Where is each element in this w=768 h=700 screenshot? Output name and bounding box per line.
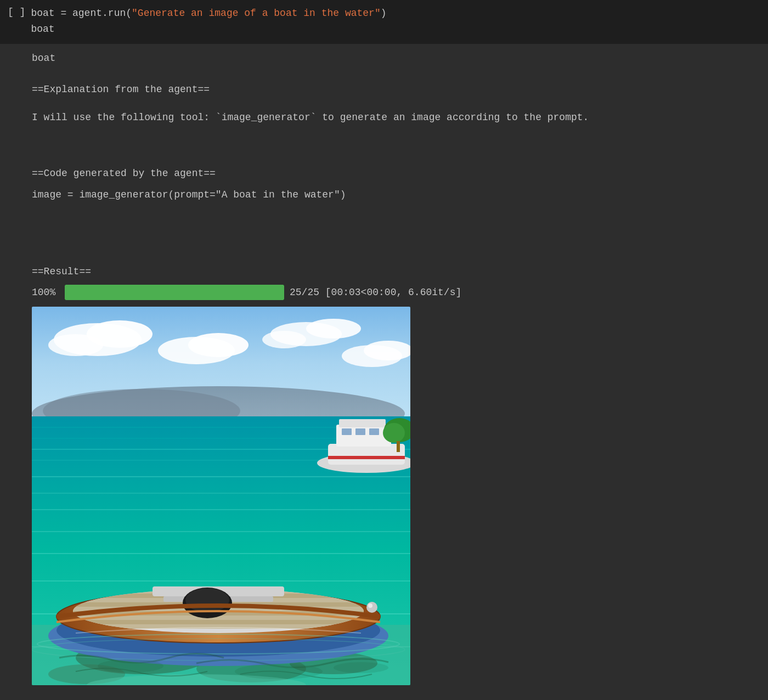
result-header: ==Result== [32, 263, 736, 280]
code-output-var: boat [31, 24, 54, 35]
progress-percent: 100% [32, 287, 59, 298]
svg-rect-29 [339, 419, 386, 427]
explanation-section: ==Explanation from the agent== I will us… [0, 72, 768, 145]
explanation-body: I will use the following tool: `image_ge… [32, 109, 736, 126]
svg-point-3 [48, 334, 103, 356]
generated-image [32, 307, 410, 685]
cell-output: boat [0, 44, 768, 72]
svg-point-60 [185, 588, 229, 612]
progress-bar-outer [65, 285, 284, 300]
code-line-1: boat = agent.run("Generate an image of a… [31, 5, 386, 21]
svg-rect-31 [355, 428, 365, 435]
svg-rect-36 [397, 441, 400, 452]
svg-point-5 [188, 333, 249, 357]
svg-point-35 [383, 423, 405, 443]
svg-point-65 [98, 659, 163, 673]
svg-point-67 [334, 662, 388, 673]
svg-point-7 [306, 319, 361, 338]
svg-rect-28 [336, 425, 391, 447]
boat-scene-svg [32, 307, 410, 685]
svg-point-66 [235, 664, 323, 679]
code-close-paren: ) [381, 8, 387, 19]
svg-rect-27 [328, 444, 405, 465]
code-generated-header: ==Code generated by the agent== [32, 165, 736, 182]
cell-code-block: boat = agent.run("Generate an image of a… [31, 5, 386, 37]
svg-rect-32 [369, 428, 379, 435]
progress-bar-container: 100% 25/25 [00:03<00:00, 6.60it/s] [32, 285, 736, 300]
svg-point-62 [368, 603, 372, 608]
code-var: boat = agent.run( [31, 8, 132, 19]
svg-point-61 [366, 602, 377, 613]
notebook-cell: [ ] boat = agent.run("Generate an image … [0, 0, 768, 694]
svg-point-8 [262, 331, 306, 348]
svg-rect-30 [342, 428, 352, 435]
result-section: ==Result== 100% 25/25 [00:03<00:00, 6.60… [0, 255, 768, 694]
code-string: "Generate an image of a boat in the wate… [132, 8, 381, 19]
explanation-header: ==Explanation from the agent== [32, 81, 736, 98]
code-generated-body: image = image_generator(prompt="A boat i… [32, 187, 736, 204]
code-generated-section: ==Code generated by the agent== image = … [0, 156, 768, 216]
cell-header: [ ] boat = agent.run("Generate an image … [0, 0, 768, 44]
output-value: boat [32, 53, 55, 64]
svg-rect-33 [328, 456, 405, 459]
cell-bracket: [ ] [8, 5, 25, 18]
svg-rect-55 [73, 620, 364, 624]
progress-bar-inner [65, 285, 284, 300]
progress-info: 25/25 [00:03<00:00, 6.60it/s] [290, 287, 461, 298]
code-line-2: boat [31, 21, 386, 37]
